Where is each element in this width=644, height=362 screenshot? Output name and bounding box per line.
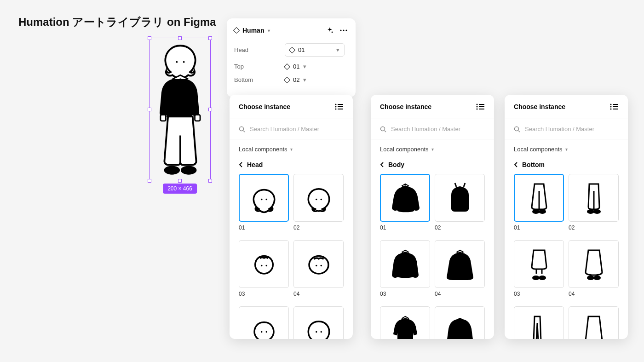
instance-item[interactable] bbox=[435, 306, 485, 339]
svg-point-26 bbox=[261, 331, 263, 333]
instance-thumbnail bbox=[569, 306, 619, 339]
svg-point-14 bbox=[335, 109, 337, 110]
svg-point-18 bbox=[261, 199, 263, 201]
chevron-down-icon: ▾ bbox=[303, 76, 306, 83]
prop-row-head: Head 01 ▾ bbox=[234, 43, 348, 57]
selection-handle[interactable] bbox=[148, 179, 151, 183]
local-components-dropdown[interactable]: Local components ▾ bbox=[505, 139, 628, 153]
sparkle-icon[interactable] bbox=[325, 26, 334, 35]
svg-point-49 bbox=[593, 209, 601, 214]
svg-point-36 bbox=[381, 126, 385, 131]
svg-point-48 bbox=[587, 209, 594, 214]
instance-item[interactable]: 03 bbox=[380, 240, 430, 302]
instance-thumbnail bbox=[435, 306, 485, 339]
svg-rect-31 bbox=[479, 104, 484, 105]
search-input[interactable] bbox=[250, 126, 344, 132]
search-input[interactable] bbox=[391, 126, 485, 132]
instance-item[interactable]: 04 bbox=[293, 240, 344, 302]
svg-point-6 bbox=[332, 32, 333, 33]
svg-point-25 bbox=[320, 265, 322, 267]
instance-thumbnail bbox=[380, 240, 430, 288]
instance-item[interactable]: 04 bbox=[569, 240, 619, 302]
instance-item[interactable]: 01 bbox=[380, 174, 430, 236]
instance-label: 01 bbox=[380, 224, 430, 231]
instance-item[interactable] bbox=[514, 306, 564, 339]
svg-point-40 bbox=[610, 106, 612, 108]
prop-select-top[interactable]: 01 ▾ bbox=[285, 63, 306, 70]
list-icon[interactable] bbox=[334, 102, 344, 111]
svg-line-17 bbox=[243, 131, 245, 132]
selection-handle[interactable] bbox=[178, 36, 182, 40]
svg-rect-43 bbox=[613, 109, 618, 109]
list-icon[interactable] bbox=[610, 102, 619, 111]
prop-select-head[interactable]: 01 ▾ bbox=[285, 43, 345, 57]
instance-item[interactable]: 02 bbox=[569, 174, 619, 236]
instance-item[interactable]: 03 bbox=[239, 240, 289, 302]
component-name[interactable]: Human ▾ bbox=[234, 27, 270, 34]
instance-label: 02 bbox=[293, 224, 344, 231]
svg-rect-3 bbox=[195, 115, 200, 121]
human-illustration bbox=[150, 38, 211, 181]
svg-rect-15 bbox=[338, 109, 343, 109]
prop-label: Head bbox=[234, 46, 285, 53]
svg-rect-41 bbox=[613, 106, 618, 107]
instance-label: 01 bbox=[514, 224, 564, 231]
instance-label: 04 bbox=[569, 291, 619, 297]
instance-item[interactable]: 01 bbox=[514, 174, 564, 236]
svg-point-0 bbox=[176, 61, 178, 63]
instance-item[interactable]: 03 bbox=[514, 240, 564, 302]
svg-point-8 bbox=[343, 29, 344, 31]
instance-panel-body: Choose instance Local components ▾ Body … bbox=[371, 95, 494, 339]
search-input[interactable] bbox=[525, 126, 619, 132]
instance-panel-title: Choose instance bbox=[380, 103, 431, 110]
svg-point-30 bbox=[477, 104, 478, 105]
prop-value: 01 bbox=[298, 46, 305, 53]
instance-label: 01 bbox=[239, 224, 289, 231]
list-icon[interactable] bbox=[476, 102, 485, 111]
instance-thumbnail bbox=[514, 240, 564, 288]
selection-handle[interactable] bbox=[148, 108, 151, 111]
back-icon[interactable] bbox=[380, 162, 384, 167]
chevron-down-icon: ▾ bbox=[336, 46, 339, 53]
instance-thumbnail bbox=[514, 174, 564, 222]
svg-line-45 bbox=[518, 131, 520, 132]
instance-item[interactable] bbox=[293, 306, 344, 339]
instance-item[interactable] bbox=[380, 306, 430, 339]
instance-panel-head: Choose instance Local components ▾ Head … bbox=[230, 95, 353, 339]
prop-select-bottom[interactable]: 02 ▾ bbox=[285, 76, 306, 83]
svg-point-21 bbox=[320, 199, 322, 201]
svg-point-24 bbox=[316, 265, 317, 267]
selection-handle[interactable] bbox=[208, 36, 212, 40]
component-name-label: Human bbox=[242, 27, 264, 34]
svg-point-23 bbox=[265, 265, 267, 267]
instance-thumbnail bbox=[293, 306, 344, 339]
svg-point-10 bbox=[335, 104, 337, 105]
svg-line-37 bbox=[385, 131, 386, 132]
instance-thumbnail bbox=[435, 174, 485, 222]
canvas-selection[interactable]: 200 × 466 bbox=[149, 38, 211, 181]
svg-rect-13 bbox=[338, 106, 343, 107]
instance-item[interactable]: 01 bbox=[239, 174, 289, 236]
breadcrumb-label: Bottom bbox=[522, 161, 545, 168]
local-components-dropdown[interactable]: Local components ▾ bbox=[230, 139, 353, 153]
search-icon bbox=[514, 126, 520, 132]
chevron-down-icon: ▾ bbox=[565, 147, 568, 152]
back-icon[interactable] bbox=[514, 162, 518, 167]
instance-item[interactable] bbox=[239, 306, 289, 339]
back-icon[interactable] bbox=[239, 162, 242, 167]
instance-label: 03 bbox=[380, 291, 430, 297]
more-icon[interactable] bbox=[339, 26, 348, 35]
local-components-dropdown[interactable]: Local components ▾ bbox=[371, 139, 494, 153]
chevron-down-icon: ▾ bbox=[290, 147, 293, 152]
instance-item[interactable]: 04 bbox=[435, 240, 485, 302]
selection-handle[interactable] bbox=[148, 36, 151, 40]
instance-item[interactable]: 02 bbox=[293, 174, 344, 236]
selection-handle[interactable] bbox=[208, 108, 212, 111]
instance-panel-title: Choose instance bbox=[239, 103, 290, 110]
instance-thumbnail bbox=[293, 174, 344, 222]
instance-item[interactable]: 02 bbox=[435, 174, 485, 236]
prop-row-top: Top 01 ▾ bbox=[234, 63, 348, 70]
instance-item[interactable] bbox=[569, 306, 619, 339]
selection-handle[interactable] bbox=[178, 179, 182, 183]
selection-handle[interactable] bbox=[208, 179, 212, 183]
